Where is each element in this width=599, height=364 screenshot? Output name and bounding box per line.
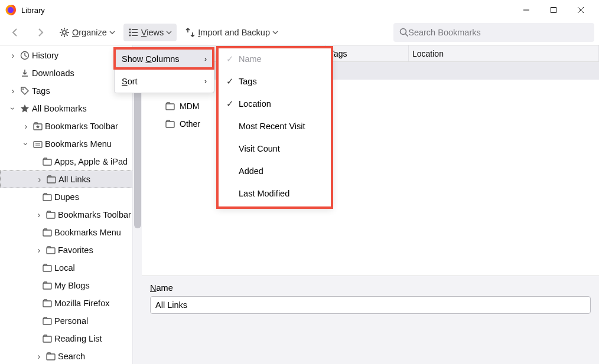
folder-icon [46,352,56,361]
menu-label-post: olumns [152,54,180,64]
sidebar-item-favorites[interactable]: ›Favorites [0,241,142,259]
submenu-item-vc[interactable]: Visit Count [217,137,332,160]
submenu-label: Tags [239,77,257,86]
menu-label-u: S [122,77,128,86]
sidebar-item-dupes[interactable]: Dupes [0,188,142,206]
submenu-item-lm[interactable]: Last Modified [217,182,332,205]
sidebar-scrollbar[interactable] [132,45,142,364]
sidebar-item-bmmenu2[interactable]: Bookmarks Menu [0,224,142,241]
menu-label-pre: Show [122,54,145,64]
sidebar-item-myblogs[interactable]: My Blogs [0,277,142,294]
sidebar-item-label: Mozilla Firefox [54,299,109,308]
folder-list-icon [33,139,43,149]
maximize-button[interactable] [540,1,567,19]
back-button[interactable] [5,24,26,41]
detail-label-rest: ame [156,283,172,293]
search-input[interactable] [408,28,588,37]
svg-rect-39 [43,336,51,342]
submenu-label: Name [239,54,262,64]
minimize-button[interactable] [513,1,540,19]
organize-button[interactable]: Organize [54,24,120,41]
chevron-right-icon: › [204,77,207,86]
sidebar-item-label: All Bookmarks [32,104,87,113]
sidebar-item-label: Favorites [58,245,93,255]
folder-icon [43,316,52,326]
folder-icon [165,101,175,111]
folder-icon [47,175,56,184]
organize-label-rest: rganize [79,28,107,37]
tag-icon [20,86,30,96]
import-export-icon [185,27,196,38]
sidebar-item-mozff[interactable]: Mozilla Firefox [0,294,142,312]
svg-point-18 [129,29,131,31]
import-label-rest: mport and Backup [200,28,270,37]
submenu-item-location[interactable]: ✓Location [217,93,332,115]
folder-icon [43,299,52,308]
menu-label-u: C [145,54,151,64]
svg-rect-35 [43,265,51,271]
sidebar-item-bmtoolbar[interactable]: ›Bookmarks Toolbar [0,117,142,135]
svg-rect-37 [43,301,51,307]
column-location[interactable]: Location [409,45,599,61]
submenu-item-tags[interactable]: ✓Tags [217,70,332,93]
search-bookmarks[interactable] [393,23,594,42]
sidebar-item-apps[interactable]: Apps, Apple & iPad [0,153,142,170]
sidebar-item-search[interactable]: ›Search [0,347,142,364]
menu-item-show-columns[interactable]: Show Columns › [115,48,214,70]
list-item[interactable]: Other [142,115,599,133]
sidebar-item-readinglist[interactable]: Reading List [0,330,142,347]
show-columns-submenu: ✓Name ✓Tags ✓Location Most Recent Visit … [217,47,333,208]
folder-icon [43,157,52,166]
clock-icon [20,51,30,60]
forward-button[interactable] [30,24,51,41]
sidebar-item-label: History [32,51,58,60]
svg-rect-33 [43,230,51,236]
column-tags[interactable]: Tags [326,45,409,61]
close-button[interactable] [567,1,594,19]
titlebar: Library [0,0,599,20]
organize-label-u: O [72,28,79,37]
search-icon [399,28,408,37]
svg-rect-32 [47,212,55,218]
svg-rect-40 [47,354,55,360]
import-backup-button[interactable]: Import and Backup [180,24,283,41]
menu-item-sort[interactable]: Sort › [115,70,214,93]
submenu-label: Most Recent Visit [239,122,305,131]
sidebar-item-allbookmarks[interactable]: ›All Bookmarks [0,100,142,117]
svg-rect-31 [43,195,51,201]
sidebar-item-label: Bookmarks Toolbar [45,122,118,131]
sidebar-item-label: Bookmarks Menu [45,139,112,149]
sidebar-item-label: Tags [32,86,50,96]
svg-point-21 [401,29,406,35]
chevron-down-icon [166,29,172,35]
list-item[interactable]: MDM [142,97,599,115]
sidebar-item-bmmenu[interactable]: ›Bookmarks Menu [0,135,142,153]
sidebar-item-bmtoolbar2[interactable]: ›Bookmarks Toolbar [0,206,142,224]
window-title: Library [21,6,45,15]
submenu-label: Last Modified [239,189,289,198]
views-button[interactable]: Views [123,24,177,41]
sidebar-item-label: Local [54,263,75,273]
check-icon: ✓ [223,77,236,86]
sidebar-item-personal[interactable]: Personal [0,312,142,330]
views-label-u: V [141,28,147,37]
sidebar-item-local[interactable]: Local [0,259,142,277]
submenu-item-added[interactable]: Added [217,160,332,182]
sidebar-item-label: Downloads [32,68,74,78]
submenu-item-name[interactable]: ✓Name [217,48,332,70]
sidebar-item-label: Dupes [54,192,79,202]
views-menu: Show Columns › Sort › [114,47,214,93]
content-pane: Name Tags Location Local MDM Other Name [142,45,599,364]
detail-name-input[interactable] [150,296,591,314]
sidebar-item-alllinks[interactable]: ›All Links [0,170,142,188]
submenu-item-mrv[interactable]: Most Recent Visit [217,115,332,137]
column-label: Location [412,49,444,58]
sidebar-item-label: Apps, Apple & iPad [54,157,128,166]
svg-rect-42 [166,104,174,110]
svg-line-14 [61,35,62,36]
sidebar: ›History ›Downloads ›Tags ›All Bookmarks… [0,45,142,364]
svg-point-20 [129,35,131,37]
folder-icon [43,334,52,343]
svg-line-11 [61,29,62,30]
firefox-icon [5,4,17,16]
